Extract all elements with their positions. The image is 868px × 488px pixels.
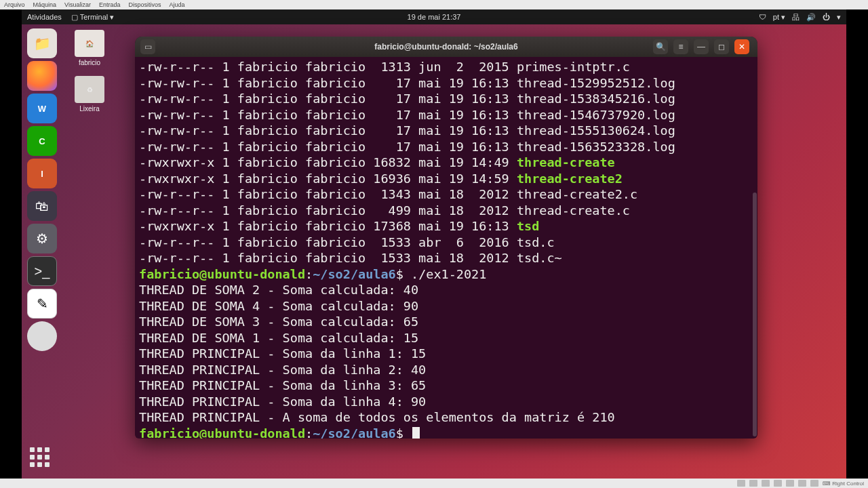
output-line: THREAD DE SOMA 4 - Soma calculada: 90 xyxy=(139,298,753,314)
prompt-line: fabricio@ubuntu-donald:~/so2/aula6$ ./ex… xyxy=(139,266,753,283)
dock-calc[interactable]: C xyxy=(27,126,57,156)
vm-menu-item[interactable]: Máquina xyxy=(33,1,57,8)
dock-software[interactable]: 🛍 xyxy=(27,191,57,221)
desktop-icon-label: fabricio xyxy=(69,59,110,66)
dock-disc[interactable] xyxy=(27,321,57,351)
ls-row: -rw-r--r-- 1 fabricio fabricio 1533 abr … xyxy=(139,235,753,251)
ls-row: -rw-r--r-- 1 fabricio fabricio 499 mai 1… xyxy=(139,203,753,219)
output-line: THREAD DE SOMA 2 - Soma calculada: 40 xyxy=(139,282,753,298)
vm-menu-item[interactable]: Entrada xyxy=(99,1,121,8)
new-tab-button[interactable]: ▭ xyxy=(140,39,155,54)
dock-writer[interactable]: W xyxy=(27,94,57,123)
vm-indicator-icon[interactable] xyxy=(762,480,770,487)
vm-host-statusbar: ⌨ Right Control xyxy=(0,479,868,488)
activities-button[interactable]: Atividades xyxy=(27,13,62,21)
security-icon[interactable]: 🛡 xyxy=(759,13,766,21)
desktop-icon-label: Lixeira xyxy=(69,105,110,113)
output-line: THREAD PRINCIPAL - A soma de todos os el… xyxy=(139,409,753,426)
gnome-topbar: Atividades ▢ Terminal ▾ 19 de mai 21:37 … xyxy=(22,9,846,24)
output-line: THREAD PRINCIPAL - Soma da linha 3: 65 xyxy=(139,378,753,394)
network-icon[interactable]: 品 xyxy=(792,12,800,22)
vm-host-menubar[interactable]: Arquivo Máquina Visualizar Entrada Dispo… xyxy=(0,0,868,9)
search-button[interactable]: 🔍 xyxy=(653,39,668,54)
vm-indicator-icon[interactable] xyxy=(737,480,745,487)
home-folder-icon: 🏠 xyxy=(75,30,104,57)
trash-icon: ♻ xyxy=(75,76,104,103)
minimize-button[interactable]: — xyxy=(694,39,709,54)
terminal-title: fabricio@ubuntu-donald: ~/so2/aula6 xyxy=(374,42,517,52)
dock-firefox[interactable] xyxy=(27,61,57,91)
vm-menu-item[interactable]: Arquivo xyxy=(4,1,25,8)
ls-row: -rw-rw-r-- 1 fabricio fabricio 17 mai 19… xyxy=(139,91,753,107)
terminal-titlebar[interactable]: ▭ fabricio@ubuntu-donald: ~/so2/aula6 🔍 … xyxy=(135,37,757,57)
power-icon[interactable]: ⏻ xyxy=(823,13,830,21)
clock[interactable]: 19 de mai 21:37 xyxy=(408,13,461,21)
terminal-window: ▭ fabricio@ubuntu-donald: ~/so2/aula6 🔍 … xyxy=(135,37,757,439)
hamburger-menu-button[interactable]: ≡ xyxy=(673,39,688,54)
desktop-home-icon[interactable]: 🏠 fabricio xyxy=(69,30,110,66)
desktop-trash-icon[interactable]: ♻ Lixeira xyxy=(69,76,110,113)
system-menu-chevron-icon[interactable]: ▾ xyxy=(837,13,841,22)
ls-row: -rwxrwxr-x 1 fabricio fabricio 16832 mai… xyxy=(139,155,753,171)
vm-indicator-icon[interactable] xyxy=(798,480,806,487)
terminal-scrollbar[interactable] xyxy=(753,192,757,436)
ls-row: -rw-rw-r-- 1 fabricio fabricio 17 mai 19… xyxy=(139,75,753,92)
terminal-body[interactable]: -rw-r--r-- 1 fabricio fabricio 1313 jun … xyxy=(135,57,757,439)
ls-row: -rw-rw-r-- 1 fabricio fabricio 17 mai 19… xyxy=(139,123,753,139)
cursor xyxy=(412,427,420,439)
vm-indicator-icon[interactable] xyxy=(810,480,818,487)
output-line: THREAD PRINCIPAL - Soma da linha 1: 15 xyxy=(139,346,753,362)
ls-row: -rwxrwxr-x 1 fabricio fabricio 16936 mai… xyxy=(139,171,753,187)
ubuntu-desktop: Atividades ▢ Terminal ▾ 19 de mai 21:37 … xyxy=(22,9,846,479)
vm-menu-item[interactable]: Dispositivos xyxy=(128,1,161,8)
volume-icon[interactable]: 🔊 xyxy=(806,13,816,22)
language-indicator[interactable]: pt ▾ xyxy=(773,13,785,22)
vm-indicator-icon[interactable] xyxy=(749,480,757,487)
vm-menu-item[interactable]: Ajuda xyxy=(169,1,184,8)
ubuntu-dock: 📁 W C I 🛍 ⚙ >_ ✎ xyxy=(24,28,60,351)
ls-row: -rw-rw-r-- 1 fabricio fabricio 17 mai 19… xyxy=(139,139,753,155)
dock-settings[interactable]: ⚙ xyxy=(27,224,57,253)
dock-files[interactable]: 📁 xyxy=(27,28,57,58)
vm-indicator-icon[interactable] xyxy=(774,480,782,487)
ls-row: -rw-r--r-- 1 fabricio fabricio 1533 mai … xyxy=(139,250,753,266)
ls-row: -rwxrwxr-x 1 fabricio fabricio 17368 mai… xyxy=(139,218,753,235)
output-line: THREAD PRINCIPAL - Soma da linha 4: 90 xyxy=(139,394,753,410)
output-line: THREAD DE SOMA 3 - Soma calculada: 65 xyxy=(139,314,753,330)
close-button[interactable]: ✕ xyxy=(734,39,749,54)
current-app-menu[interactable]: ▢ Terminal ▾ xyxy=(71,13,114,22)
ls-row: -rw-r--r-- 1 fabricio fabricio 1313 jun … xyxy=(139,59,753,75)
maximize-button[interactable]: ◻ xyxy=(714,39,729,54)
output-line: THREAD PRINCIPAL - Soma da linha 2: 40 xyxy=(139,362,753,378)
prompt-line[interactable]: fabricio@ubuntu-donald:~/so2/aula6$ xyxy=(139,426,753,439)
vm-hostkey-label: ⌨ Right Control xyxy=(823,481,864,487)
dock-impress[interactable]: I xyxy=(27,159,57,188)
ls-row: -rw-r--r-- 1 fabricio fabricio 1343 mai … xyxy=(139,186,753,203)
dock-terminal[interactable]: >_ xyxy=(27,256,57,286)
ls-row: -rw-rw-r-- 1 fabricio fabricio 17 mai 19… xyxy=(139,107,753,123)
vm-indicator-icon[interactable] xyxy=(786,480,794,487)
dock-text-editor[interactable]: ✎ xyxy=(27,289,57,319)
output-line: THREAD DE SOMA 1 - Soma calculada: 15 xyxy=(139,330,753,346)
vm-menu-item[interactable]: Visualizar xyxy=(64,1,91,8)
show-applications-button[interactable] xyxy=(30,447,54,472)
